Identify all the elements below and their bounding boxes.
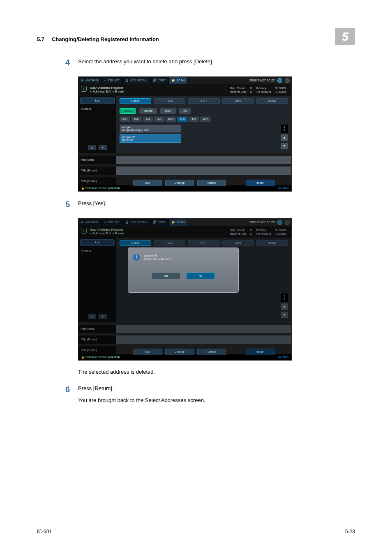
address-entry-2[interactable]: sample-02 samle-02 (120, 134, 181, 143)
footer-page: 5-23 (345, 529, 355, 534)
screenshot-delete-selection: 🖥 MACHINE ≡ JOB LIST 🖨 HDD RECALL 🗐 COPY… (78, 76, 292, 192)
footer-model: IC-601 (37, 529, 52, 534)
change-button[interactable]: Change (165, 180, 194, 186)
title-input[interactable] (116, 166, 291, 175)
filter-others[interactable]: Others (139, 108, 157, 114)
step-5-text: Press [Yes]. (78, 200, 355, 208)
title-label: Title (E-mail) (78, 335, 116, 344)
file-name-input[interactable] (116, 156, 291, 164)
tab-email[interactable]: E-mail (120, 240, 151, 246)
nav-machine[interactable]: 🖥 MACHINE (78, 77, 101, 84)
step-4-number: 4 (37, 58, 70, 70)
confirm-delete-dialog: i sample-02 Delete this address ? Yes No (128, 247, 239, 293)
page-indicator: 1 1 (281, 294, 288, 302)
rotation-indicator: Rotation (278, 187, 289, 190)
counters: Orig. Count0Memory99.000%Reserve Job0Fil… (227, 228, 289, 236)
step-6-text2: You are brought back to the Select Addre… (78, 397, 355, 405)
return-button[interactable]: Return (246, 180, 274, 186)
screenshot-confirm-dialog: 🖥 MACHINE ≡ JOB LIST 🖨 HDD RECALL 🗐 COPY… (78, 218, 292, 361)
tab-smb[interactable]: SMB (222, 240, 254, 246)
section-number: 5.7 (37, 36, 44, 42)
tab-group[interactable]: Group (256, 240, 288, 246)
step-5-result: The selected address is deleted. (78, 369, 355, 375)
dialog-yes-button[interactable]: Yes (152, 273, 180, 279)
file-name-label: File Name (78, 325, 116, 333)
scroll-down-icon[interactable]: ▼ (281, 312, 288, 318)
nav-copy[interactable]: 🗐 COPY (151, 219, 169, 226)
step-6-text1: Press [Return]. (78, 385, 355, 393)
nav-scan[interactable]: 📁 SCAN (169, 219, 187, 226)
side-address-label: Address (80, 106, 115, 112)
return-button: Return (246, 349, 274, 355)
nav-hddrecall[interactable]: 🖨 HDD RECALL (123, 219, 151, 226)
page-footer: IC-601 5-23 (37, 526, 355, 534)
step-5-number: 5 (37, 200, 70, 212)
info-icon: i (81, 86, 87, 92)
alpha-gi[interactable]: G-I (143, 116, 153, 122)
page-indicator: 1 1 (281, 125, 288, 133)
help-icon[interactable] (277, 220, 282, 225)
page-down-icon[interactable]: ▼ (99, 145, 107, 150)
breadcrumb: Scan Address Register< Address Edit > E-… (90, 228, 125, 236)
section-title: Changing/Deleting Registered Information (52, 36, 159, 42)
page-down-icon[interactable]: ▼ (99, 314, 107, 319)
file-name-label: File Name (78, 156, 116, 164)
add-button[interactable]: Add (133, 180, 162, 186)
tab-ftp[interactable]: FTP (188, 240, 219, 246)
step-6-number: 6 (37, 385, 70, 409)
filter-main[interactable]: Main (160, 108, 175, 114)
side-list[interactable]: List (80, 97, 115, 104)
status-text: Ready to receive print data (85, 356, 120, 358)
address-entry-1[interactable]: sample sample@sample.com (120, 125, 181, 133)
help-icon[interactable] (277, 78, 282, 83)
alpha-jl[interactable]: J-L (154, 116, 165, 122)
scroll-down-icon[interactable]: ▼ (281, 143, 288, 149)
filter-atoz[interactable]: A to Z (120, 108, 136, 114)
tab-smb[interactable]: SMB (222, 98, 254, 104)
nav-joblist[interactable]: ≡ JOB LIST (101, 219, 122, 226)
page-up-icon[interactable]: ▲ (88, 145, 96, 150)
settings-icon[interactable] (285, 78, 290, 83)
filter-all[interactable]: All (179, 108, 191, 114)
scroll-up-icon[interactable]: ▲ (281, 303, 288, 310)
add-button: Add (133, 349, 162, 355)
file-name-input (116, 325, 291, 333)
side-address-label: Address (80, 247, 115, 254)
tab-hdd[interactable]: HDD (154, 240, 185, 246)
text-label: Text (E-mail) (78, 177, 116, 185)
title-label: Title (E-mail) (78, 166, 116, 175)
tab-email[interactable]: E-mail (120, 98, 151, 104)
chapter-number-box: 5 (335, 28, 355, 45)
datetime: 2009/11/27 10:23 (249, 220, 275, 224)
delete-button[interactable]: Delete (197, 180, 226, 186)
tab-group[interactable]: Group (256, 98, 288, 104)
nav-copy[interactable]: 🗐 COPY (151, 77, 169, 84)
counters: Orig. Count0 Memory99.000% Reserve Job0 … (227, 86, 289, 94)
settings-icon[interactable] (285, 220, 290, 225)
scroll-up-icon[interactable]: ▲ (281, 134, 288, 141)
info-icon: i (81, 228, 87, 234)
breadcrumb: Scan Address Register < Address Edit > E… (90, 86, 125, 94)
nav-hddrecall[interactable]: 🖨 HDD RECALL (123, 77, 151, 84)
alpha-df[interactable]: D-F (131, 116, 142, 122)
dialog-no-button[interactable]: No (186, 273, 215, 279)
alpha-ac[interactable]: A-C (120, 116, 130, 122)
side-list[interactable]: List (80, 239, 115, 246)
alpha-wz[interactable]: W-Z (200, 116, 211, 122)
nav-machine[interactable]: 🖥 MACHINE (78, 219, 101, 226)
page-header: 5.7 Changing/Deleting Registered Informa… (37, 33, 355, 47)
title-input (116, 335, 291, 344)
dialog-message: sample-02 Delete this address ? (144, 254, 171, 261)
nav-joblist[interactable]: ≡ JOB LIST (101, 77, 122, 84)
text-label: Text (E-mail) (78, 346, 116, 354)
alpha-ps[interactable]: P-S (177, 116, 188, 122)
page-up-icon[interactable]: ▲ (88, 314, 96, 319)
tab-ftp[interactable]: FTP (188, 98, 219, 104)
delete-button: Delete (197, 349, 226, 355)
status-text: Ready to receive print data (85, 187, 120, 190)
tab-hdd[interactable]: HDD (154, 98, 185, 104)
nav-scan[interactable]: 📁 SCAN (169, 77, 187, 84)
alpha-tv[interactable]: T-V (189, 116, 199, 122)
change-button: Change (165, 349, 194, 355)
alpha-mo[interactable]: M-O (166, 116, 176, 122)
